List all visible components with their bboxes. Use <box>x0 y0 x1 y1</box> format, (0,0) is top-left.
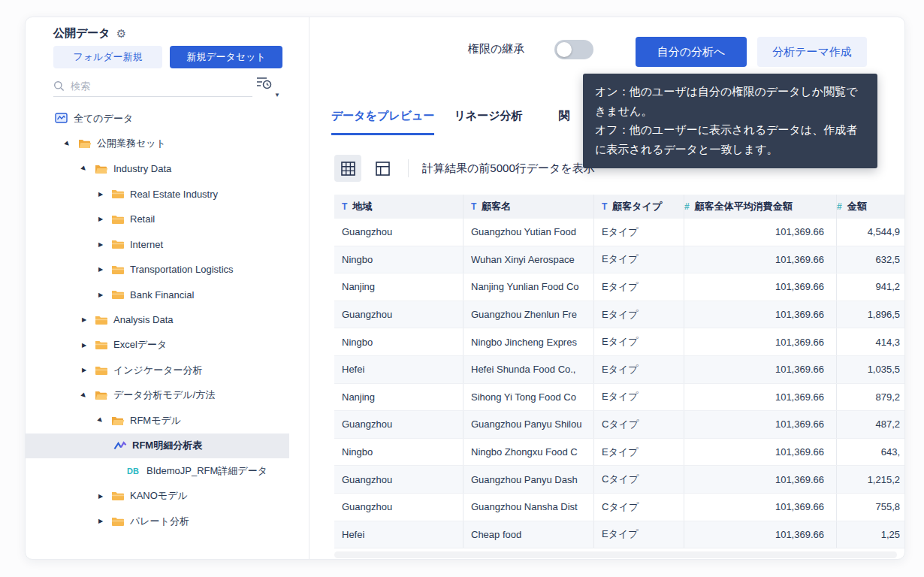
collapse-arrow-icon[interactable]: ▶ <box>95 415 107 426</box>
search-icon <box>53 80 65 92</box>
table-cell: 1,035,5 <box>837 356 905 383</box>
column-header[interactable]: T地域 <box>334 195 464 219</box>
search-history-icon[interactable]: ▼ <box>256 76 279 95</box>
table-cell: 101,369.66 <box>684 439 837 466</box>
tree-item[interactable]: 全てのデータ <box>26 106 309 131</box>
open-folder-icon <box>94 389 108 401</box>
column-header[interactable]: T顧客名 <box>464 195 594 219</box>
layout-view-button[interactable] <box>369 155 396 182</box>
table-cell: 101,369.66 <box>684 328 837 355</box>
new-folder-button[interactable]: フォルダー新規 <box>53 46 162 68</box>
number-type-icon: # <box>684 201 690 212</box>
open-folder-icon <box>110 415 125 427</box>
expand-arrow-icon[interactable]: ▶ <box>96 216 105 222</box>
expand-arrow-icon[interactable]: ▶ <box>96 266 105 273</box>
db-table-icon: DB <box>127 465 141 477</box>
tree-item[interactable]: ▶パレート分析 <box>26 509 309 534</box>
tree-item[interactable]: ▶Analysis Data <box>26 307 309 333</box>
new-dataset-button[interactable]: 新規データセット <box>170 46 282 68</box>
folder-icon <box>110 213 125 225</box>
tree-item[interactable]: DBBIdemoJP_RFM詳細データ <box>26 458 309 484</box>
table-cell: Eタイプ <box>594 384 684 411</box>
table-row: NanjingNanjing Yunlian Food CoEタイプ101,36… <box>334 273 905 301</box>
tree-item[interactable]: ▶Real Estate Industry <box>26 182 309 207</box>
table-cell: Nanjing <box>334 273 464 301</box>
collapse-arrow-icon[interactable]: ▶ <box>79 163 90 174</box>
tab-bar: データをプレビューリネージ分析関 <box>331 109 590 135</box>
expand-arrow-icon[interactable]: ▶ <box>80 367 89 373</box>
expand-arrow-icon[interactable]: ▶ <box>80 316 89 323</box>
tree-item-label: 全てのデータ <box>74 112 133 125</box>
tree-item-label: Analysis Data <box>113 314 173 325</box>
table-row: GuangzhouGuangzhou Panyu DashCタイプ101,369… <box>334 466 905 494</box>
expand-arrow-icon[interactable]: ▶ <box>80 342 89 349</box>
tree-item-label: インジケーター分析 <box>113 364 203 377</box>
tree-item[interactable]: ▶インジケーター分析 <box>26 358 309 383</box>
expand-arrow-icon[interactable]: ▶ <box>96 493 105 500</box>
table-cell: 1,25 <box>837 521 905 548</box>
table-cell: Nanjing <box>334 384 464 411</box>
tab-2[interactable]: 関 <box>559 109 570 135</box>
permission-inherit-label: 権限の継承 <box>468 42 524 56</box>
table-header-row: T地域T顧客名T顧客タイプ#顧客全体平均消費金額#金額 <box>334 195 905 219</box>
to-my-analysis-button[interactable]: 自分の分析へ <box>636 37 747 67</box>
tree-item[interactable]: ▶Retail <box>26 207 309 232</box>
table-cell: Eタイプ <box>594 439 684 466</box>
tree-item-label: Industry Data <box>113 163 171 174</box>
number-type-icon: # <box>837 201 842 212</box>
sidebar: 公開データ ⚙ フォルダー新規 新規データセット ▼ 全てのデータ▶公開業務セッ… <box>26 17 309 559</box>
table-cell: 101,369.66 <box>684 521 837 548</box>
expand-arrow-icon[interactable]: ▶ <box>96 292 105 298</box>
tree-item[interactable]: ▶Bank Financial <box>26 282 309 308</box>
table-body: GuangzhouGuangzhou Yutian FoodEタイプ101,36… <box>334 219 905 548</box>
tab-0[interactable]: データをプレビュー <box>331 109 434 135</box>
table-cell: 101,369.66 <box>684 301 837 328</box>
table-cell: 941,2 <box>837 273 905 301</box>
tree-item[interactable]: ▶KANOモデル <box>26 484 309 509</box>
tree-item[interactable]: ▶Internet <box>26 232 309 258</box>
tree-item[interactable]: ▶Industry Data <box>26 156 309 182</box>
column-header[interactable]: T顧客タイプ <box>594 195 684 219</box>
table-cell: Guangzhou <box>334 301 464 328</box>
table-cell: Eタイプ <box>594 273 684 301</box>
table-cell: 1,896,5 <box>837 301 905 328</box>
tree-item[interactable]: ▶公開業務セット <box>26 131 309 157</box>
table-cell: Ningbo <box>334 328 464 355</box>
tree-item-selected[interactable]: RFM明細分析表 <box>26 434 289 459</box>
table-cell: Ningbo <box>334 246 464 273</box>
table-row: NingboNingbo Jincheng ExpresEタイプ101,369.… <box>334 328 905 356</box>
create-analysis-theme-button[interactable]: 分析テーマ作成 <box>757 37 867 67</box>
table-cell: Guangzhou Nansha Dist <box>464 494 594 521</box>
table-row: GuangzhouGuangzhou Yutian FoodEタイプ101,36… <box>334 219 905 246</box>
tree-item[interactable]: ▶Transportation Logistics <box>26 257 309 282</box>
column-header[interactable]: #顧客全体平均消費金額 <box>684 195 837 219</box>
tree-item-label: Real Estate Industry <box>130 189 218 200</box>
tree-item[interactable]: ▶RFMモデル <box>26 408 309 434</box>
search-input[interactable] <box>71 80 252 92</box>
chevron-down-icon: ▼ <box>274 92 280 98</box>
expand-arrow-icon[interactable]: ▶ <box>96 241 105 248</box>
gear-icon[interactable]: ⚙ <box>116 28 126 39</box>
table-cell: Guangzhou <box>334 466 464 493</box>
grid-view-button[interactable] <box>334 155 361 182</box>
tree-item[interactable]: ▶Excelデータ <box>26 333 309 358</box>
table-row: NanjingSihong Yi Tong Food CoEタイプ101,369… <box>334 384 905 412</box>
table-cell: Eタイプ <box>594 328 684 355</box>
column-name: 地域 <box>352 200 372 213</box>
tree-item-label: Internet <box>130 239 163 250</box>
collapse-arrow-icon[interactable]: ▶ <box>62 138 74 150</box>
column-header[interactable]: #金額 <box>837 195 905 219</box>
collapse-arrow-icon[interactable]: ▶ <box>79 390 90 401</box>
data-preview-table: T地域T顧客名T顧客タイプ#顧客全体平均消費金額#金額 GuangzhouGua… <box>334 195 905 548</box>
horizontal-scrollbar[interactable] <box>334 551 897 558</box>
table-cell: Wuhan Xinyi Aerospace <box>464 246 594 273</box>
expand-arrow-icon[interactable]: ▶ <box>96 191 105 198</box>
expand-arrow-icon[interactable]: ▶ <box>96 518 105 524</box>
sidebar-divider <box>309 17 310 559</box>
table-cell: Ningbo Jincheng Expres <box>464 328 594 355</box>
tree-item[interactable]: ▶データ分析モデル/方法 <box>26 383 309 409</box>
permission-inherit-toggle[interactable] <box>554 40 593 59</box>
table-cell: Eタイプ <box>594 301 684 328</box>
tab-1[interactable]: リネージ分析 <box>454 109 522 135</box>
table-cell: 101,369.66 <box>684 494 837 521</box>
